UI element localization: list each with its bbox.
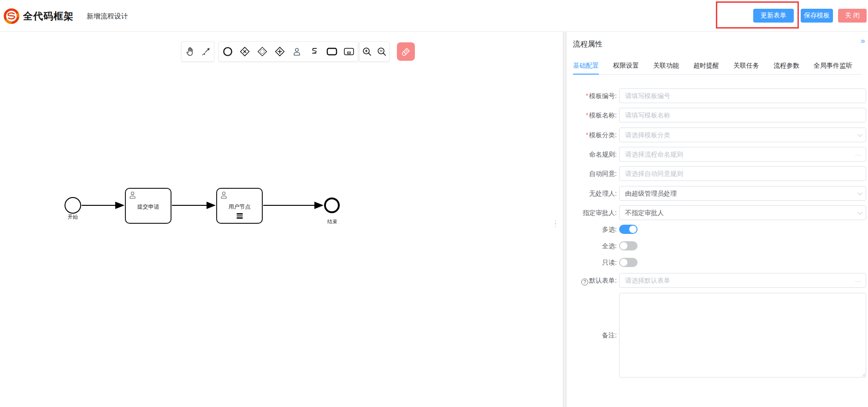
- tab-timeout-reminder[interactable]: 超时提醒: [693, 58, 719, 75]
- tab-related-functions[interactable]: 关联功能: [653, 58, 679, 75]
- select-all-toggle[interactable]: [619, 241, 638, 250]
- start-event-node[interactable]: [65, 197, 81, 214]
- tab-process-params[interactable]: 流程参数: [774, 58, 799, 75]
- remark-label: 备注:: [567, 293, 617, 378]
- zoom-out-icon[interactable]: [376, 46, 388, 58]
- auto-agree-input[interactable]: [619, 166, 866, 181]
- page-title: 新增流程设计: [87, 12, 128, 21]
- toggle-knob: [629, 226, 637, 233]
- default-form-picker[interactable]: 请选择默认表单: [619, 273, 866, 288]
- naming-rule-label: 命名规则:: [567, 147, 617, 162]
- app-header: 全代码框架 新增流程设计 更新表单 保存模板 关 闭: [0, 0, 868, 32]
- update-form-button[interactable]: 更新表单: [753, 9, 794, 23]
- no-handler-select[interactable]: 由超级管理员处理: [619, 186, 866, 201]
- paint-brush-icon: [401, 47, 411, 57]
- multi-select-toggle[interactable]: [619, 225, 638, 234]
- template-category-label: 模板分类:: [589, 131, 617, 139]
- script-task-icon[interactable]: [308, 46, 320, 58]
- template-name-label: 模板名称:: [589, 111, 617, 119]
- toolbar-group-zoom: [359, 41, 390, 62]
- panel-drag-handle[interactable]: ::: [555, 220, 556, 227]
- inclusive-gateway-icon[interactable]: [256, 46, 268, 58]
- required-mark: *: [586, 111, 588, 119]
- logo-text: 全代码框架: [23, 10, 74, 23]
- read-only-toggle[interactable]: [619, 258, 638, 267]
- exclusive-gateway-icon[interactable]: [239, 46, 251, 58]
- multi-select-label: 多选:: [567, 225, 617, 234]
- end-event-label: 结束: [322, 218, 342, 225]
- remark-textarea[interactable]: [619, 293, 866, 378]
- task-label: 提交申请: [126, 203, 171, 211]
- user-icon: [128, 191, 137, 199]
- multi-instance-marker-icon: [236, 213, 242, 220]
- toggle-knob: [620, 242, 627, 250]
- hand-tool-icon[interactable]: [184, 46, 196, 58]
- panel-tabs: 基础配置 权限设置 关联功能 超时提醒 关联任务 流程参数 全局事件监听: [573, 58, 862, 75]
- toolbar-group-shapes: [218, 41, 358, 62]
- no-handler-label: 无处理人:: [567, 186, 617, 201]
- bpmn-canvas[interactable]: 开始 提交申请 用户节点 结束: [0, 32, 563, 407]
- template-name-input[interactable]: [619, 108, 866, 122]
- toolbar-group-tools: [181, 41, 214, 62]
- tab-global-event-listener[interactable]: 全局事件监听: [814, 58, 852, 75]
- global-connect-tool-icon[interactable]: [200, 46, 212, 58]
- template-no-label: 模板编号:: [589, 92, 617, 99]
- user-icon: [219, 191, 228, 199]
- format-painter-button[interactable]: [397, 42, 415, 61]
- naming-rule-picker[interactable]: 请选择流程命名规则: [619, 147, 866, 162]
- zoom-in-icon[interactable]: [361, 46, 373, 58]
- tab-related-tasks[interactable]: 关联任务: [733, 58, 759, 75]
- ellipsis-icon[interactable]: ...: [855, 273, 862, 287]
- template-category-select[interactable]: 请选择模板分类: [619, 128, 866, 142]
- app-logo: 全代码框架: [3, 7, 74, 25]
- sequence-flows: [0, 32, 563, 407]
- template-no-input[interactable]: [619, 88, 866, 103]
- start-event-label: 开始: [64, 214, 82, 221]
- default-form-label: 默认表单:: [589, 277, 617, 284]
- assigned-approver-select[interactable]: 不指定审批人: [619, 205, 866, 220]
- close-button[interactable]: 关 闭: [838, 9, 867, 23]
- required-mark: *: [586, 131, 588, 139]
- panel-divider: [563, 32, 567, 407]
- task-node-submit[interactable]: 提交申请: [125, 188, 171, 224]
- subprocess-icon[interactable]: [343, 46, 355, 58]
- end-event-node[interactable]: [324, 198, 340, 213]
- save-template-button[interactable]: 保存模板: [801, 9, 833, 23]
- required-mark: *: [586, 92, 588, 99]
- ellipsis-icon[interactable]: ...: [855, 147, 862, 161]
- tab-permission-settings[interactable]: 权限设置: [613, 58, 639, 75]
- auto-agree-label: 自动同意:: [567, 166, 617, 181]
- task-icon[interactable]: [326, 46, 338, 58]
- task-label: 用户节点: [217, 203, 262, 211]
- process-properties-panel: 流程属性 » 基础配置 权限设置 关联功能 超时提醒 关联任务 流程参数 全局事…: [567, 32, 868, 407]
- start-event-icon[interactable]: [222, 46, 234, 58]
- user-task-icon[interactable]: [291, 46, 303, 58]
- assigned-approver-label: 指定审批人:: [567, 205, 617, 220]
- task-node-user[interactable]: 用户节点: [216, 188, 263, 224]
- parallel-gateway-icon[interactable]: [274, 46, 286, 58]
- select-all-label: 全选:: [567, 241, 617, 250]
- collapse-panel-icon[interactable]: »: [861, 36, 865, 46]
- tab-basic-config[interactable]: 基础配置: [573, 58, 599, 75]
- read-only-label: 只读:: [567, 258, 617, 267]
- logo-icon: [3, 7, 20, 25]
- help-icon[interactable]: ?: [581, 279, 588, 285]
- toggle-knob: [620, 259, 627, 266]
- panel-title: 流程属性: [573, 40, 602, 49]
